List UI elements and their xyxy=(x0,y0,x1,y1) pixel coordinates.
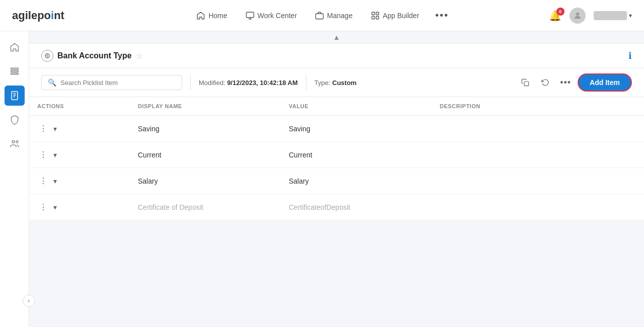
actions-cell-1: ⋮ ▾ xyxy=(29,142,130,168)
type-value: Custom xyxy=(332,79,356,87)
top-navigation: agilepoint Home Work Center Manage App B… xyxy=(0,0,644,31)
description-cell-2 xyxy=(432,168,644,194)
sidebar-item-shield[interactable] xyxy=(5,110,25,130)
svg-rect-3 xyxy=(376,12,378,15)
main-layout: › ▲ Bank Account Type ☆ ℹ 🔍 xyxy=(0,31,644,327)
picklist-table: ACTIONS DISPLAY NAME VALUE DESCRIPTION ⋮… xyxy=(29,97,644,220)
col-description: DESCRIPTION xyxy=(432,97,644,116)
sidebar-item-home[interactable] xyxy=(5,37,25,57)
svg-rect-7 xyxy=(11,68,18,69)
col-value: VALUE xyxy=(281,97,432,116)
sidebar-item-document[interactable] xyxy=(5,86,25,106)
value-cell-0: Saving xyxy=(281,116,432,142)
info-icon[interactable]: ℹ xyxy=(628,50,632,61)
search-icon: 🔍 xyxy=(48,78,56,87)
svg-rect-2 xyxy=(372,12,374,15)
back-button[interactable] xyxy=(41,50,53,62)
type-meta: Type: Custom xyxy=(314,79,357,87)
svg-rect-4 xyxy=(372,16,374,19)
display-name-cell-1: Current xyxy=(130,142,281,168)
breadcrumb-left: Bank Account Type ☆ xyxy=(41,50,143,62)
table-row: ⋮ ▾ Saving Saving xyxy=(29,116,644,142)
sidebar: › xyxy=(0,31,29,327)
nav-item-app-builder[interactable]: App Builder xyxy=(364,7,426,24)
briefcase-icon xyxy=(315,11,324,20)
collapse-button[interactable]: ▲ xyxy=(333,33,340,41)
svg-rect-0 xyxy=(246,12,254,18)
value-cell-1: Current xyxy=(281,142,432,168)
description-cell-3 xyxy=(432,194,644,220)
table-row: ⋮ ▾ Salary Salary xyxy=(29,168,644,194)
favorite-star-icon[interactable]: ☆ xyxy=(136,51,143,61)
add-item-button[interactable]: Add Item xyxy=(578,73,632,92)
toolbar-actions: ••• Add Item xyxy=(517,73,632,92)
svg-rect-8 xyxy=(11,70,18,72)
toolbar-row: 🔍 Modified: 9/12/2023, 10:42:18 AM Type:… xyxy=(29,68,644,97)
logo-text: agilepoint xyxy=(12,9,64,22)
user-avatar xyxy=(570,8,586,24)
svg-rect-9 xyxy=(11,73,18,74)
row-menu-button-2[interactable]: ⋮ xyxy=(37,175,49,187)
nav-work-center-label: Work Center xyxy=(258,12,297,20)
actions-cell-0: ⋮ ▾ xyxy=(29,116,130,142)
nav-item-work-center[interactable]: Work Center xyxy=(238,7,304,24)
collapse-bar: ▲ xyxy=(29,31,644,44)
monitor-icon xyxy=(246,11,255,20)
ellipsis-icon: ••• xyxy=(560,77,571,88)
nav-links: Home Work Center Manage App Builder ••• xyxy=(95,6,549,25)
nav-home-label: Home xyxy=(208,12,227,20)
nav-more-button[interactable]: ••• xyxy=(430,6,454,25)
row-expand-button-1[interactable]: ▾ xyxy=(51,150,59,160)
svg-point-11 xyxy=(12,140,15,143)
row-menu-button-1[interactable]: ⋮ xyxy=(37,149,49,160)
nav-app-builder-label: App Builder xyxy=(383,12,419,20)
nav-right: 🔔 0 •••••••••••• ▾ xyxy=(549,8,632,24)
svg-point-6 xyxy=(576,13,579,16)
home-icon xyxy=(196,11,205,20)
nav-item-home[interactable]: Home xyxy=(189,7,234,24)
more-options-button[interactable]: ••• xyxy=(557,74,574,91)
sidebar-expand-button[interactable]: › xyxy=(23,295,35,307)
logo[interactable]: agilepoint xyxy=(12,9,64,22)
svg-rect-5 xyxy=(376,16,378,19)
notification-badge: 0 xyxy=(556,8,565,16)
table-row: ⋮ ▾ Certificate of Deposit Certificateof… xyxy=(29,194,644,220)
user-name: •••••••••••• xyxy=(594,11,627,20)
actions-cell-2: ⋮ ▾ xyxy=(29,168,130,194)
table-header-row: ACTIONS DISPLAY NAME VALUE DESCRIPTION xyxy=(29,97,644,116)
user-name-area[interactable]: •••••••••••• ▾ xyxy=(594,11,632,20)
divider-1 xyxy=(190,75,191,90)
page-title: Bank Account Type xyxy=(57,51,132,60)
row-expand-button-0[interactable]: ▾ xyxy=(51,124,59,134)
display-name-cell-2: Salary xyxy=(130,168,281,194)
value-cell-2: Salary xyxy=(281,168,432,194)
actions-cell-3: ⋮ ▾ xyxy=(29,194,130,220)
svg-rect-1 xyxy=(316,14,324,19)
nav-item-manage[interactable]: Manage xyxy=(308,7,360,24)
search-input[interactable] xyxy=(60,79,176,87)
nav-manage-label: Manage xyxy=(327,12,353,20)
copy-icon-button[interactable] xyxy=(517,74,533,91)
svg-rect-14 xyxy=(524,81,529,86)
user-dropdown-icon: ▾ xyxy=(629,12,632,19)
table-wrap: ACTIONS DISPLAY NAME VALUE DESCRIPTION ⋮… xyxy=(29,97,644,220)
row-menu-button-3[interactable]: ⋮ xyxy=(37,201,49,213)
refresh-icon-button[interactable] xyxy=(537,74,553,91)
svg-rect-10 xyxy=(12,92,18,100)
sidebar-item-users[interactable] xyxy=(5,134,25,154)
display-name-cell-0: Saving xyxy=(130,116,281,142)
notification-bell[interactable]: 🔔 0 xyxy=(549,10,561,22)
content-area: ▲ Bank Account Type ☆ ℹ 🔍 xyxy=(29,31,644,327)
row-menu-button-0[interactable]: ⋮ xyxy=(37,123,49,134)
divider-2 xyxy=(306,75,306,90)
search-box: 🔍 xyxy=(41,75,182,90)
row-expand-button-2[interactable]: ▾ xyxy=(51,176,59,186)
col-display-name: DISPLAY NAME xyxy=(130,97,281,116)
display-name-cell-3: Certificate of Deposit xyxy=(130,194,281,220)
description-cell-0 xyxy=(432,116,644,142)
page-header: Bank Account Type ☆ ℹ xyxy=(29,44,644,68)
modified-meta: Modified: 9/12/2023, 10:42:18 AM xyxy=(199,79,298,87)
breadcrumb-row: Bank Account Type ☆ ℹ xyxy=(41,50,632,68)
row-expand-button-3[interactable]: ▾ xyxy=(51,202,59,212)
sidebar-item-list[interactable] xyxy=(5,61,25,81)
